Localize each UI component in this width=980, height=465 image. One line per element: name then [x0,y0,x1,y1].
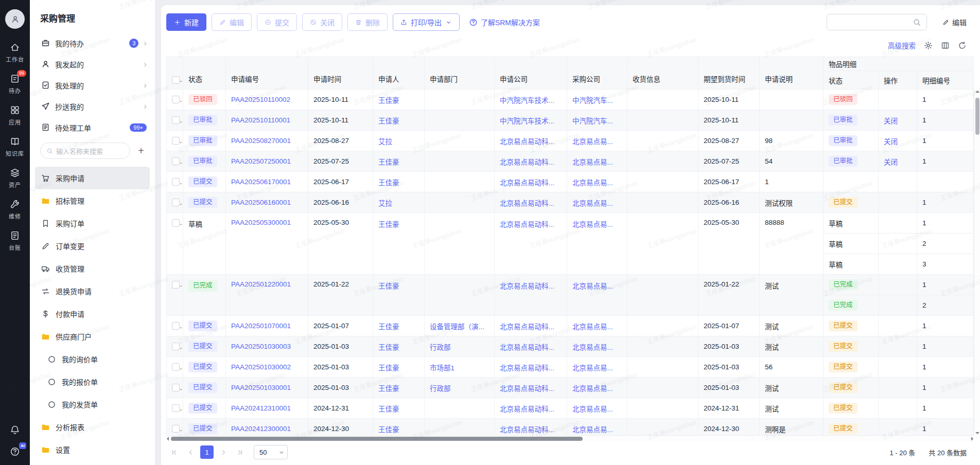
company-link[interactable]: 北京易点易动科... [500,426,554,434]
scroll-right-arrow[interactable] [971,437,973,441]
user-avatar[interactable] [5,9,25,29]
request-no-link[interactable]: PAA202510110001 [231,116,290,124]
sidebar-item-my-initiated[interactable]: 我发起的› [30,53,155,75]
row-checkbox[interactable] [172,343,180,350]
purchase-company-link[interactable]: 北京易点易... [572,158,613,166]
sidebar-item-supplier-portal[interactable]: 供应商门户 [35,325,150,348]
column-settings-icon[interactable] [941,41,950,50]
delete-button[interactable]: 删除 [347,13,388,31]
row-checkbox[interactable] [172,199,180,206]
company-link[interactable]: 北京易点易动科... [500,405,554,413]
company-link[interactable]: 北京易点易动科... [500,200,554,207]
purchase-company-link[interactable]: 北京易点易... [572,344,613,351]
company-link[interactable]: 北京易点易动科... [500,179,554,187]
notifications-bell-icon[interactable] [10,425,20,435]
requester-link[interactable]: 王佳豪 [378,282,399,290]
sidebar-search-input[interactable]: 输入名称来搜索 [40,142,130,159]
department-link[interactable]: 行政部 [430,344,451,351]
sidebar-item-reports[interactable]: 分析报表 [35,416,150,438]
help-button[interactable]: AI [10,446,20,457]
sidebar-item-my-delivery[interactable]: 我的发货单 [35,393,150,416]
sidebar-item-purchase-order[interactable]: 采购订单 [35,212,150,235]
close-action-link[interactable]: 关闭 [884,117,898,125]
company-link[interactable]: 北京易点易动科... [500,323,554,331]
request-no-link[interactable]: PAA202510110002 [231,96,290,103]
horizontal-scrollbar-thumb[interactable] [171,437,583,441]
requester-link[interactable]: 艾拉 [378,138,392,146]
row-checkbox[interactable] [172,157,180,165]
sidebar-item-pending-orders[interactable]: 待处理工单99+ [30,117,155,138]
row-checkbox[interactable] [172,178,180,186]
purchase-company-link[interactable]: 北京易点易... [572,385,613,392]
requester-link[interactable]: 王佳豪 [378,405,399,413]
department-link[interactable]: 设备管理部（演... [430,323,484,331]
requester-link[interactable]: 王佳豪 [378,221,399,228]
edit-button[interactable]: 编辑 [212,13,252,31]
request-no-link[interactable]: PAA202501030003 [231,343,291,350]
purchase-company-link[interactable]: 北京易点易... [572,364,613,372]
company-link[interactable]: 中汽院汽车技术... [500,117,554,125]
request-no-link[interactable]: PAA202508270001 [231,137,291,145]
sidebar-item-cc-me[interactable]: 抄送我的› [30,96,155,117]
scroll-left-arrow[interactable] [167,437,169,441]
sidebar-item-payment[interactable]: 付款申请 [35,302,150,325]
first-page-button[interactable] [167,445,181,459]
requester-link[interactable]: 王佳豪 [378,385,399,392]
sidebar-item-my-rfq[interactable]: 我的询价单 [35,348,150,370]
request-no-link[interactable]: PAA202501030002 [231,363,291,371]
row-checkbox[interactable] [172,425,180,433]
request-no-link[interactable]: PAA202412300001 [231,425,291,433]
request-no-link[interactable]: PAA202501030001 [231,384,291,391]
company-link[interactable]: 北京易点易动科... [500,344,554,351]
row-checkbox[interactable] [172,96,180,103]
requester-link[interactable]: 王佳豪 [378,158,399,166]
sidebar-item-settings[interactable]: 设置 [35,438,150,461]
add-category-button[interactable]: + [134,146,148,156]
rail-item-workbench[interactable]: 工作台 [6,42,24,63]
purchase-company-link[interactable]: 北京易点易... [572,138,613,146]
row-checkbox[interactable] [172,281,180,289]
company-link[interactable]: 北京易点易动科... [500,385,554,392]
scroll-up-arrow[interactable] [975,91,979,93]
requester-link[interactable]: 王佳豪 [378,344,399,351]
vertical-scrollbar-thumb[interactable] [975,98,979,135]
purchase-company-link[interactable]: 北京易点易... [572,179,613,187]
purchase-company-link[interactable]: 北京易点易... [572,426,613,434]
purchase-company-link[interactable]: 北京易点易... [572,221,613,228]
sidebar-item-admin-center[interactable]: 管理中心 [35,461,150,465]
purchase-company-link[interactable]: 中汽院汽车... [572,97,613,104]
horizontal-scrollbar[interactable] [166,435,974,441]
rail-item-knowledge[interactable]: 知识库 [6,136,24,157]
requester-link[interactable]: 王佳豪 [378,117,399,125]
company-link[interactable]: 北京易点易动科... [500,158,554,166]
request-no-link[interactable]: PAA202505300001 [231,219,291,226]
refresh-icon[interactable] [958,41,967,50]
edit-view-button[interactable]: 编辑 [942,17,967,27]
new-button[interactable]: 新建 [166,13,206,31]
rail-item-apps[interactable]: 应用 [6,105,24,126]
department-link[interactable]: 行政部 [430,385,451,392]
sidebar-item-my-todo[interactable]: 我的待办3› [30,32,155,53]
request-no-link[interactable]: PAA202507250001 [231,157,291,165]
company-link[interactable]: 中汽院汽车技术... [500,97,554,104]
select-all-checkbox[interactable] [172,76,180,84]
sidebar-item-returns[interactable]: 退换货申请 [35,280,150,302]
row-checkbox[interactable] [172,137,180,145]
company-link[interactable]: 北京易点易动科... [500,282,554,290]
vertical-scrollbar[interactable] [974,90,980,435]
scroll-down-arrow[interactable] [975,432,979,434]
company-link[interactable]: 北京易点易动科... [500,138,554,146]
requester-link[interactable]: 王佳豪 [378,426,399,434]
close-button[interactable]: 关闭 [302,13,342,31]
sidebar-item-my-quote[interactable]: 我的报价单 [35,370,150,393]
requester-link[interactable]: 王佳豪 [378,323,399,331]
print-export-button[interactable]: 打印/导出 [393,13,460,31]
requester-link[interactable]: 王佳豪 [378,364,399,372]
rail-item-todo[interactable]: 99待办 [6,74,24,95]
sidebar-item-receiving[interactable]: 收货管理 [35,257,150,280]
page-size-select[interactable]: 50 [254,445,288,459]
rail-item-ledger[interactable]: 台账 [6,230,24,252]
gear-icon[interactable] [924,41,933,50]
next-page-button[interactable] [217,445,230,459]
sidebar-item-my-handled[interactable]: 我处理的› [30,75,155,96]
